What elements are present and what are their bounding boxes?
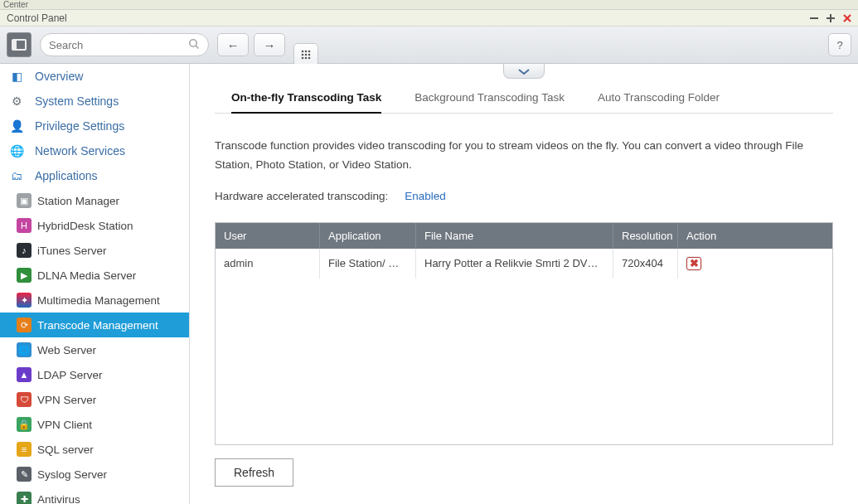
hw-label: Hardware accelerated transcoding: <box>215 190 388 202</box>
refresh-button[interactable]: Refresh <box>215 458 293 487</box>
svg-point-13 <box>302 57 304 60</box>
svg-point-8 <box>305 51 308 53</box>
sidebar-label: Overview <box>35 70 83 83</box>
sidebar-label: DLNA Media Server <box>37 269 136 282</box>
station-manager-icon: ▣ <box>17 193 32 208</box>
multimedia-icon: ✦ <box>17 293 32 308</box>
sidebar-label: Multimedia Management <box>37 294 160 307</box>
vpn-client-icon: 🔒 <box>17 417 32 432</box>
overview-icon: ◧ <box>8 68 25 85</box>
transcode-icon: ⟳ <box>17 317 32 332</box>
sql-icon: ≡ <box>17 442 32 457</box>
help-button[interactable]: ? <box>828 33 851 56</box>
sidebar-item-overview[interactable]: ◧ Overview <box>0 64 189 89</box>
cell-action: ✖ <box>678 249 832 279</box>
sidebar-app-station-manager[interactable]: ▣Station Manager <box>0 188 189 213</box>
globe-icon: 🌐 <box>8 143 25 159</box>
sidebar-label: Syslog Server <box>37 468 107 481</box>
close-button[interactable] <box>841 12 853 24</box>
hybriddesk-icon: H <box>17 218 32 233</box>
minimize-button[interactable] <box>808 12 820 24</box>
ldap-icon: ▲ <box>17 367 32 382</box>
dlna-icon: ▶ <box>17 268 32 283</box>
sidebar-app-multimedia[interactable]: ✦Multimedia Management <box>0 288 189 313</box>
sidebar-app-dlna[interactable]: ▶DLNA Media Server <box>0 263 189 288</box>
sidebar-app-hybriddesk[interactable]: HHybridDesk Station <box>0 213 189 238</box>
table-empty-space <box>216 279 832 444</box>
sidebar-app-itunes[interactable]: ♪iTunes Server <box>0 238 189 263</box>
sidebar-item-privilege-settings[interactable]: 👤 Privilege Settings <box>0 114 189 138</box>
sidebar-app-vpn-server[interactable]: 🛡VPN Server <box>0 387 189 412</box>
sidebar-app-vpn-client[interactable]: 🔒VPN Client <box>0 412 189 437</box>
tab-background[interactable]: Background Transcoding Task <box>414 85 565 114</box>
syslog-icon: ✎ <box>17 467 32 482</box>
delete-task-button[interactable]: ✖ <box>686 257 701 270</box>
hw-status-link[interactable]: Enabled <box>405 190 446 202</box>
search-box[interactable] <box>40 33 209 56</box>
sidebar-item-network-services[interactable]: 🌐 Network Services <box>0 138 189 163</box>
forward-button[interactable]: → <box>254 33 285 56</box>
sidebar-label: Network Services <box>35 144 125 158</box>
sidebar-item-applications[interactable]: 🗂 Applications <box>0 163 189 188</box>
cell-file: Harry Potter a Relikvie Smrti 2 DVD Rip … <box>416 249 613 279</box>
sidebar-label: Transcode Management <box>37 319 158 332</box>
svg-point-10 <box>302 54 304 56</box>
sidebar-app-antivirus[interactable]: ✚Antivirus <box>0 487 189 504</box>
toolbar: ← → ? <box>0 27 858 64</box>
hw-accel-line: Hardware accelerated transcoding: Enable… <box>215 190 833 202</box>
svg-point-11 <box>305 54 308 56</box>
titlebar: Control Panel <box>0 10 858 27</box>
webserver-icon: 🌐 <box>17 342 32 357</box>
window-title: Control Panel <box>5 12 803 24</box>
cell-resolution: 720x404 <box>613 249 678 279</box>
th-resolution: Resolution <box>613 223 678 249</box>
sidebar-label: System Settings <box>35 94 119 108</box>
sidebar-label: LDAP Server <box>37 369 103 381</box>
svg-point-7 <box>302 51 304 53</box>
sidebar-label: SQL server <box>37 443 94 456</box>
svg-point-5 <box>190 39 196 46</box>
sidebar-app-transcode[interactable]: ⟳Transcode Management <box>0 313 189 337</box>
tab-auto-folder[interactable]: Auto Transcoding Folder <box>598 85 720 114</box>
tabs: On-the-fly Transcoding Task Background T… <box>215 84 833 114</box>
app-badge: Center <box>0 0 858 10</box>
sidebar-label: Web Server <box>37 344 96 356</box>
th-filename: File Name <box>416 223 613 249</box>
cell-app: File Station/ Qfile <box>320 249 416 279</box>
search-input[interactable] <box>49 39 188 51</box>
svg-point-12 <box>308 54 311 56</box>
main-content: On-the-fly Transcoding Task Background T… <box>190 64 858 504</box>
sidebar-label: Privilege Settings <box>35 119 124 133</box>
svg-point-14 <box>305 57 308 60</box>
table-row: admin File Station/ Qfile Harry Potter a… <box>216 249 832 279</box>
th-user: User <box>216 223 320 249</box>
antivirus-icon: ✚ <box>17 492 32 504</box>
vpn-server-icon: 🛡 <box>17 392 32 407</box>
task-table: User Application File Name Resolution Ac… <box>215 222 833 445</box>
svg-line-6 <box>196 46 198 48</box>
apps-grid-button[interactable] <box>293 43 318 66</box>
sidebar-app-ldap[interactable]: ▲LDAP Server <box>0 362 189 387</box>
gear-icon: ⚙ <box>8 93 25 109</box>
back-button[interactable]: ← <box>217 33 249 56</box>
maximize-button[interactable] <box>825 12 836 24</box>
collapse-handle[interactable] <box>503 64 545 79</box>
cell-user: admin <box>216 249 320 279</box>
sidebar-app-webserver[interactable]: 🌐Web Server <box>0 337 189 362</box>
sidebar-label: Station Manager <box>37 195 119 207</box>
svg-point-15 <box>308 57 311 60</box>
sidebar-item-system-settings[interactable]: ⚙ System Settings <box>0 89 189 114</box>
th-action: Action <box>678 223 832 249</box>
sidebar-label: VPN Client <box>37 419 92 431</box>
itunes-icon: ♪ <box>17 243 32 258</box>
user-icon: 👤 <box>8 118 25 134</box>
apps-icon: 🗂 <box>8 167 25 184</box>
sidebar-label: Antivirus <box>37 493 80 505</box>
th-application: Application <box>320 223 416 249</box>
tab-on-the-fly[interactable]: On-the-fly Transcoding Task <box>231 85 381 114</box>
sidebar-app-sql[interactable]: ≡SQL server <box>0 437 189 462</box>
sidebar-label: Applications <box>35 169 98 182</box>
search-icon <box>188 38 200 52</box>
sidebar: ◧ Overview ⚙ System Settings 👤 Privilege… <box>0 64 190 504</box>
sidebar-app-syslog[interactable]: ✎Syslog Server <box>0 462 189 487</box>
